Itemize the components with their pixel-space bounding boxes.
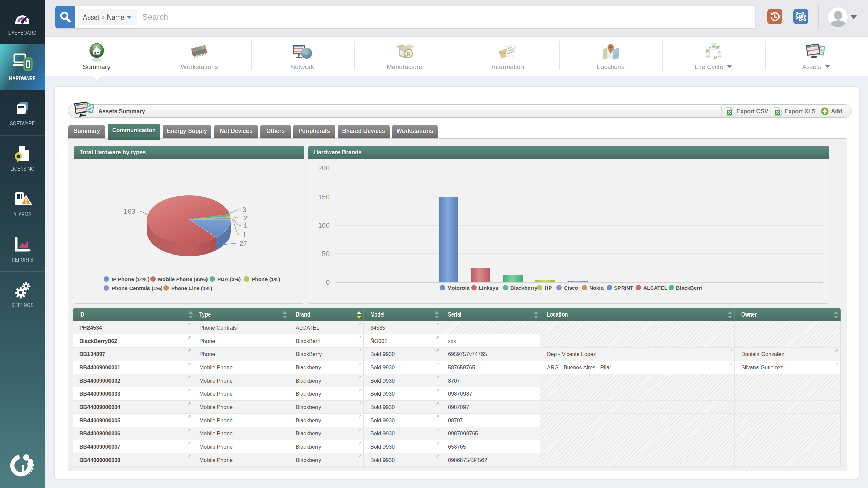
svg-text:1: 1	[242, 231, 246, 239]
svg-text:50: 50	[322, 250, 330, 258]
svg-text:0: 0	[326, 279, 330, 286]
svg-text:Motorola: Motorola	[447, 285, 470, 291]
svg-text:Phone Line (1%): Phone Line (1%)	[171, 285, 212, 291]
svg-text:SPRINT: SPRINT	[614, 285, 633, 291]
svg-text:2: 2	[244, 214, 248, 222]
svg-text:HP: HP	[545, 285, 552, 291]
svg-text:Linksys: Linksys	[479, 285, 498, 291]
svg-text:Phone Centrals (1%): Phone Centrals (1%)	[112, 285, 163, 291]
svg-text:163: 163	[123, 207, 135, 215]
svg-text:1: 1	[244, 222, 248, 229]
svg-text:Mobile Phone (83%): Mobile Phone (83%)	[158, 276, 208, 282]
svg-text:Nokia: Nokia	[589, 285, 604, 291]
svg-text:Phone (1%): Phone (1%)	[252, 276, 280, 282]
svg-text:BlackBerrí: BlackBerrí	[676, 285, 703, 291]
svg-text:200: 200	[318, 164, 330, 172]
svg-text:Blackberry: Blackberry	[510, 285, 538, 291]
svg-text:PDA (2%): PDA (2%)	[217, 276, 241, 282]
svg-text:Cisco: Cisco	[564, 285, 578, 291]
svg-text:IP Phone (14%): IP Phone (14%)	[112, 276, 150, 282]
svg-text:100: 100	[318, 222, 330, 229]
svg-text:150: 150	[318, 193, 330, 201]
svg-text:27: 27	[239, 239, 247, 247]
svg-text:ALCATEL: ALCATEL	[643, 285, 667, 291]
svg-text:R: R	[407, 51, 411, 58]
svg-text:3: 3	[242, 206, 246, 214]
